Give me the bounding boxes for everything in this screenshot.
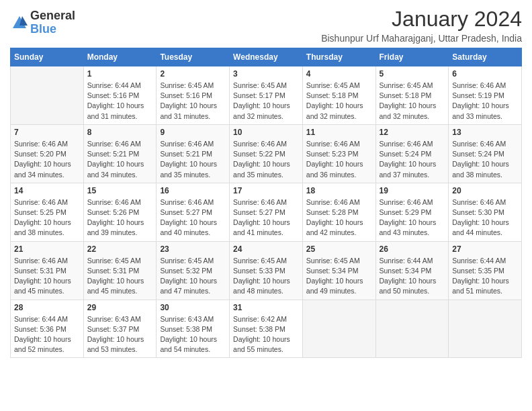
header-wednesday: Wednesday <box>230 48 303 66</box>
calendar-cell: 2Sunrise: 6:45 AM Sunset: 5:16 PM Daylig… <box>157 66 230 125</box>
day-number: 3 <box>233 69 299 79</box>
day-number: 19 <box>380 186 445 195</box>
page-header: General Blue January 2024 Bishunpur Urf … <box>10 7 522 44</box>
day-info: Sunrise: 6:44 AM Sunset: 5:36 PM Dayligh… <box>14 314 80 355</box>
calendar-cell: 16Sunrise: 6:46 AM Sunset: 5:27 PM Dayli… <box>157 183 230 241</box>
day-number: 8 <box>87 128 153 137</box>
day-info: Sunrise: 6:45 AM Sunset: 5:32 PM Dayligh… <box>160 256 226 297</box>
calendar-week-4: 21Sunrise: 6:46 AM Sunset: 5:31 PM Dayli… <box>11 241 522 300</box>
header-saturday: Saturday <box>449 48 522 66</box>
day-number: 22 <box>87 244 153 254</box>
header-monday: Monday <box>83 48 157 66</box>
calendar-cell: 4Sunrise: 6:45 AM Sunset: 5:18 PM Daylig… <box>302 66 375 125</box>
calendar-cell <box>302 300 375 358</box>
calendar-cell: 23Sunrise: 6:45 AM Sunset: 5:32 PM Dayli… <box>157 241 230 300</box>
calendar-cell: 9Sunrise: 6:46 AM Sunset: 5:21 PM Daylig… <box>157 124 230 183</box>
day-number: 17 <box>233 186 299 195</box>
day-info: Sunrise: 6:46 AM Sunset: 5:27 PM Dayligh… <box>160 197 226 238</box>
calendar-cell: 22Sunrise: 6:45 AM Sunset: 5:31 PM Dayli… <box>83 241 157 300</box>
day-number: 4 <box>306 69 372 79</box>
calendar-cell: 5Sunrise: 6:45 AM Sunset: 5:18 PM Daylig… <box>375 66 449 125</box>
day-info: Sunrise: 6:45 AM Sunset: 5:17 PM Dayligh… <box>233 81 299 122</box>
day-info: Sunrise: 6:45 AM Sunset: 5:18 PM Dayligh… <box>380 81 445 122</box>
day-number: 23 <box>160 244 226 254</box>
day-number: 30 <box>160 303 226 312</box>
day-info: Sunrise: 6:46 AM Sunset: 5:20 PM Dayligh… <box>14 139 80 180</box>
day-info: Sunrise: 6:45 AM Sunset: 5:18 PM Dayligh… <box>306 81 372 122</box>
day-info: Sunrise: 6:46 AM Sunset: 5:26 PM Dayligh… <box>87 197 153 238</box>
calendar-week-5: 28Sunrise: 6:44 AM Sunset: 5:36 PM Dayli… <box>11 300 522 358</box>
main-title: January 2024 <box>321 7 522 32</box>
day-info: Sunrise: 6:46 AM Sunset: 5:19 PM Dayligh… <box>452 81 518 122</box>
day-number: 6 <box>452 69 518 79</box>
day-number: 14 <box>14 186 80 195</box>
day-number: 18 <box>306 186 372 195</box>
day-number: 2 <box>160 69 226 79</box>
calendar-cell: 31Sunrise: 6:42 AM Sunset: 5:38 PM Dayli… <box>230 300 303 358</box>
subtitle: Bishunpur Urf Maharajganj, Uttar Pradesh… <box>321 33 522 44</box>
day-info: Sunrise: 6:44 AM Sunset: 5:16 PM Dayligh… <box>87 81 153 122</box>
day-info: Sunrise: 6:46 AM Sunset: 5:24 PM Dayligh… <box>452 139 518 180</box>
calendar-table: SundayMondayTuesdayWednesdayThursdayFrid… <box>10 48 522 358</box>
day-number: 31 <box>233 303 299 312</box>
header-friday: Friday <box>375 48 449 66</box>
calendar-cell: 21Sunrise: 6:46 AM Sunset: 5:31 PM Dayli… <box>11 241 84 300</box>
title-block: January 2024 Bishunpur Urf Maharajganj, … <box>321 7 522 44</box>
day-number: 11 <box>306 128 372 137</box>
day-info: Sunrise: 6:46 AM Sunset: 5:25 PM Dayligh… <box>14 197 80 238</box>
calendar-cell: 18Sunrise: 6:46 AM Sunset: 5:28 PM Dayli… <box>302 183 375 241</box>
logo-text-general: General <box>30 9 75 23</box>
day-number: 26 <box>380 244 445 254</box>
day-number: 16 <box>160 186 226 195</box>
calendar-cell: 28Sunrise: 6:44 AM Sunset: 5:36 PM Dayli… <box>11 300 84 358</box>
calendar-cell: 24Sunrise: 6:45 AM Sunset: 5:33 PM Dayli… <box>230 241 303 300</box>
calendar-cell: 27Sunrise: 6:44 AM Sunset: 5:35 PM Dayli… <box>449 241 522 300</box>
day-info: Sunrise: 6:44 AM Sunset: 5:35 PM Dayligh… <box>452 256 518 297</box>
calendar-cell: 3Sunrise: 6:45 AM Sunset: 5:17 PM Daylig… <box>230 66 303 125</box>
day-info: Sunrise: 6:44 AM Sunset: 5:34 PM Dayligh… <box>380 256 445 297</box>
day-number: 1 <box>87 69 153 79</box>
calendar-cell <box>449 300 522 358</box>
day-info: Sunrise: 6:46 AM Sunset: 5:22 PM Dayligh… <box>233 139 299 180</box>
day-number: 10 <box>233 128 299 137</box>
calendar-cell: 29Sunrise: 6:43 AM Sunset: 5:37 PM Dayli… <box>83 300 157 358</box>
day-info: Sunrise: 6:45 AM Sunset: 5:31 PM Dayligh… <box>87 256 153 297</box>
day-number: 20 <box>452 186 518 195</box>
day-number: 9 <box>160 128 226 137</box>
day-info: Sunrise: 6:45 AM Sunset: 5:34 PM Dayligh… <box>306 256 372 297</box>
day-info: Sunrise: 6:42 AM Sunset: 5:38 PM Dayligh… <box>233 314 299 355</box>
logo: General Blue <box>10 9 75 36</box>
header-thursday: Thursday <box>302 48 375 66</box>
day-info: Sunrise: 6:46 AM Sunset: 5:29 PM Dayligh… <box>380 197 445 238</box>
day-info: Sunrise: 6:46 AM Sunset: 5:30 PM Dayligh… <box>452 197 518 238</box>
day-info: Sunrise: 6:43 AM Sunset: 5:38 PM Dayligh… <box>160 314 226 355</box>
calendar-week-2: 7Sunrise: 6:46 AM Sunset: 5:20 PM Daylig… <box>11 124 522 183</box>
calendar-cell <box>11 66 84 125</box>
day-number: 5 <box>380 69 445 79</box>
header-sunday: Sunday <box>11 48 84 66</box>
day-number: 21 <box>14 244 80 254</box>
calendar-cell: 6Sunrise: 6:46 AM Sunset: 5:19 PM Daylig… <box>449 66 522 125</box>
calendar-cell: 15Sunrise: 6:46 AM Sunset: 5:26 PM Dayli… <box>83 183 157 241</box>
day-number: 13 <box>452 128 518 137</box>
day-info: Sunrise: 6:46 AM Sunset: 5:23 PM Dayligh… <box>306 139 372 180</box>
calendar-week-1: 1Sunrise: 6:44 AM Sunset: 5:16 PM Daylig… <box>11 66 522 125</box>
calendar-cell: 25Sunrise: 6:45 AM Sunset: 5:34 PM Dayli… <box>302 241 375 300</box>
day-number: 28 <box>14 303 80 312</box>
calendar-week-3: 14Sunrise: 6:46 AM Sunset: 5:25 PM Dayli… <box>11 183 522 241</box>
day-info: Sunrise: 6:45 AM Sunset: 5:33 PM Dayligh… <box>233 256 299 297</box>
calendar-cell: 14Sunrise: 6:46 AM Sunset: 5:25 PM Dayli… <box>11 183 84 241</box>
calendar-cell: 17Sunrise: 6:46 AM Sunset: 5:27 PM Dayli… <box>230 183 303 241</box>
day-info: Sunrise: 6:46 AM Sunset: 5:31 PM Dayligh… <box>14 256 80 297</box>
day-number: 25 <box>306 244 372 254</box>
calendar-cell: 10Sunrise: 6:46 AM Sunset: 5:22 PM Dayli… <box>230 124 303 183</box>
day-info: Sunrise: 6:46 AM Sunset: 5:28 PM Dayligh… <box>306 197 372 238</box>
logo-icon <box>10 13 29 32</box>
day-info: Sunrise: 6:46 AM Sunset: 5:27 PM Dayligh… <box>233 197 299 238</box>
day-number: 7 <box>14 128 80 137</box>
calendar-cell <box>375 300 449 358</box>
calendar-cell: 11Sunrise: 6:46 AM Sunset: 5:23 PM Dayli… <box>302 124 375 183</box>
calendar-header: SundayMondayTuesdayWednesdayThursdayFrid… <box>11 48 522 66</box>
day-number: 12 <box>380 128 445 137</box>
calendar-cell: 20Sunrise: 6:46 AM Sunset: 5:30 PM Dayli… <box>449 183 522 241</box>
